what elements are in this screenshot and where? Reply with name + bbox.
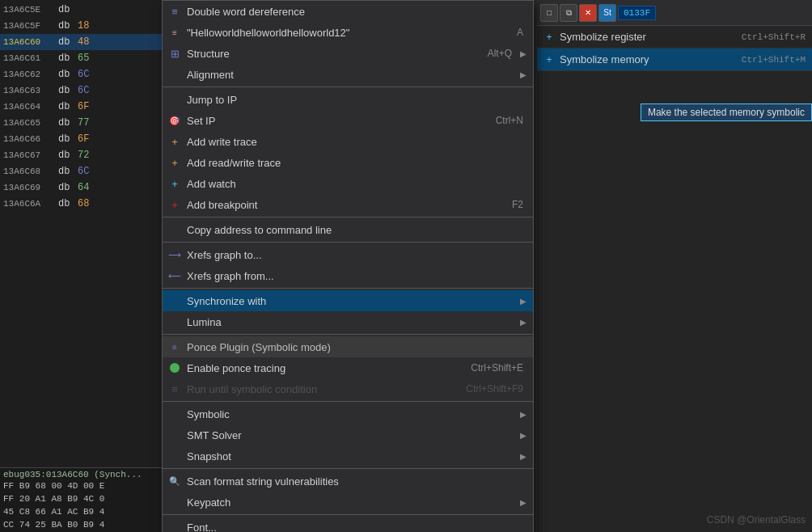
close-button[interactable]: ✕ [579, 4, 597, 22]
shortcut: A [517, 27, 523, 38]
plus-icon: + [543, 54, 555, 65]
code-row: 13A6C68 db 6C [0, 163, 162, 179]
submenu-arrow: ▶ [520, 70, 527, 79]
shortcut: Ctrl+N [496, 115, 523, 126]
menu-item-structure[interactable]: ⊞ Structure Alt+Q ▶ [163, 43, 533, 64]
symbolic-icon [167, 407, 182, 421]
menu-label: SMT Solver [187, 429, 515, 441]
separator [163, 242, 533, 243]
menu-label: Synchronize with [187, 295, 515, 307]
shortcut: F2 [512, 199, 523, 210]
menu-item-ponce-tracing[interactable]: Enable ponce tracing Ctrl+Shift+E [163, 357, 533, 378]
symbolize-memory-row[interactable]: + Symbolize memory Ctrl+Shift+M [537, 49, 812, 71]
trace-icon: + [167, 155, 182, 170]
menu-item-xrefs-to[interactable]: ⟶ Xrefs graph to... [163, 244, 533, 265]
trace-icon: + [167, 134, 182, 149]
code-row-active: 13A6C60 db 48 [0, 34, 162, 50]
menu-label: Add breakpoint [187, 199, 507, 211]
minimize-button[interactable]: □ [540, 4, 558, 22]
menu-label: Structure [187, 48, 483, 60]
menu-label: Xrefs graph to... [187, 249, 527, 261]
code-row: 13A6C6A db 68 [0, 196, 162, 212]
separator [163, 468, 533, 469]
green-dot-icon [167, 361, 182, 375]
shortcut: Ctrl+Shift+F9 [466, 383, 523, 395]
menu-item-helloworld[interactable]: ≡ "Helloworldhelloworldhelloworld12" A [163, 22, 533, 43]
menu-label: Run until symbolic condition [187, 383, 461, 395]
context-menu: ≡ Double word dereference ≡ "Helloworldh… [162, 0, 534, 532]
status-text: ebug035:013A6C60 (Synch... [3, 470, 159, 479]
code-row: 13A6C69 db 64 [0, 179, 162, 196]
menu-label: Keypatch [187, 496, 515, 509]
menu-label: Enable ponce tracing [187, 362, 466, 374]
code-row: 13A6C64 db 6F [0, 99, 162, 115]
symbolize-register-shortcut: Ctrl+Shift+R [742, 32, 806, 42]
menu-item-copy-addr[interactable]: Copy address to command line [163, 219, 533, 240]
address-display: 0133F [618, 6, 656, 20]
menu-item-run-symbolic: ≡ Run until symbolic condition Ctrl+Shif… [163, 378, 533, 399]
menu-label: Symbolic [187, 408, 515, 420]
code-row: 13A6C66 db 6F [0, 131, 162, 147]
hex-display: FF B9 68 00 4D 00 E FF 20 A1 A8 B9 4C 0 … [3, 481, 159, 532]
status-bar: ebug035:013A6C60 (Synch... FF B9 68 00 4… [0, 467, 162, 532]
symbolize-memory-label: Symbolize memory [560, 53, 737, 65]
menu-item-keypatch[interactable]: Keypatch ▶ [163, 492, 533, 513]
menu-label: Lumina [187, 316, 515, 328]
panel-icon[interactable]: St [598, 4, 616, 22]
jump-icon [167, 92, 182, 107]
menu-label: Add watch [187, 178, 527, 190]
code-row: 13A6C5F db 18 [0, 18, 162, 34]
menu-label: Jump to IP [187, 94, 527, 106]
menu-item-font[interactable]: Font... [163, 517, 533, 532]
code-view: 13A6C5E db 13A6C5F db 18 13A6C60 db 48 1… [0, 0, 162, 532]
menu-item-watch[interactable]: + Add watch [163, 173, 533, 194]
menu-item-synchronize[interactable]: Synchronize with ▶ [163, 290, 533, 311]
menu-label: Alignment [187, 69, 515, 81]
menu-item-xrefs-from[interactable]: ⟵ Xrefs graph from... [163, 265, 533, 286]
submenu-arrow: ▶ [520, 498, 527, 507]
submenu-arrow: ▶ [520, 452, 527, 461]
menu-icon: ≡ [167, 4, 182, 19]
menu-item-double-word[interactable]: ≡ Double word dereference [163, 1, 533, 22]
run-icon: ≡ [167, 382, 182, 396]
menu-item-set-ip[interactable]: 🎯 Set IP Ctrl+N [163, 110, 533, 131]
right-panel: □ ⧉ ✕ St 0133F + Symbolize register Ctrl… [537, 0, 812, 532]
keypatch-icon [167, 495, 182, 509]
menu-label: Set IP [187, 115, 491, 127]
plus-icon: + [543, 32, 555, 43]
restore-button[interactable]: ⧉ [560, 4, 577, 22]
menu-item-write-trace[interactable]: + Add write trace [163, 131, 533, 152]
alignment-icon [167, 67, 182, 82]
submenu-arrow: ▶ [520, 297, 527, 306]
sync-icon [167, 293, 182, 308]
submenu-arrow: ▶ [520, 318, 527, 327]
breakpoint-icon: + [167, 197, 182, 212]
separator [163, 334, 533, 335]
shortcut: Alt+Q [488, 48, 512, 59]
symbolize-register-row[interactable]: + Symbolize register Ctrl+Shift+R [537, 26, 812, 49]
ponce-header: ≡ Ponce Plugin (Symbolic mode) [163, 336, 533, 357]
code-row: 13A6C63 db 6C [0, 82, 162, 99]
menu-item-readwrite-trace[interactable]: + Add read/write trace [163, 152, 533, 173]
menu-item-snapshot[interactable]: Snapshot ▶ [163, 445, 533, 467]
ponce-label: Ponce Plugin (Symbolic mode) [187, 341, 331, 353]
xrefs-from-icon: ⟵ [167, 268, 182, 283]
code-row: 13A6C61 db 65 [0, 50, 162, 66]
menu-item-alignment[interactable]: Alignment ▶ [163, 64, 533, 85]
symbolize-memory-shortcut: Ctrl+Shift+M [742, 55, 806, 65]
menu-item-jump-ip[interactable]: Jump to IP [163, 89, 533, 110]
menu-item-breakpoint[interactable]: + Add breakpoint F2 [163, 194, 533, 215]
shortcut: Ctrl+Shift+E [471, 362, 523, 374]
menu-label: "Helloworldhelloworldhelloworld12" [187, 27, 512, 39]
menu-label: Xrefs graph from... [187, 270, 527, 282]
menu-label: Double word dereference [187, 6, 527, 18]
copy-icon [167, 222, 182, 237]
separator [163, 514, 533, 515]
right-panel-toolbar: □ ⧉ ✕ St 0133F [537, 0, 812, 26]
menu-label: Add write trace [187, 136, 527, 148]
menu-label: Copy address to command line [187, 224, 527, 236]
menu-item-symbolic[interactable]: Symbolic ▶ [163, 403, 533, 424]
menu-item-lumina[interactable]: Lumina ▶ [163, 311, 533, 332]
menu-item-scan-format[interactable]: 🔍 Scan format string vulnerabilities [163, 471, 533, 492]
menu-item-smt[interactable]: SMT Solver ▶ [163, 424, 533, 445]
